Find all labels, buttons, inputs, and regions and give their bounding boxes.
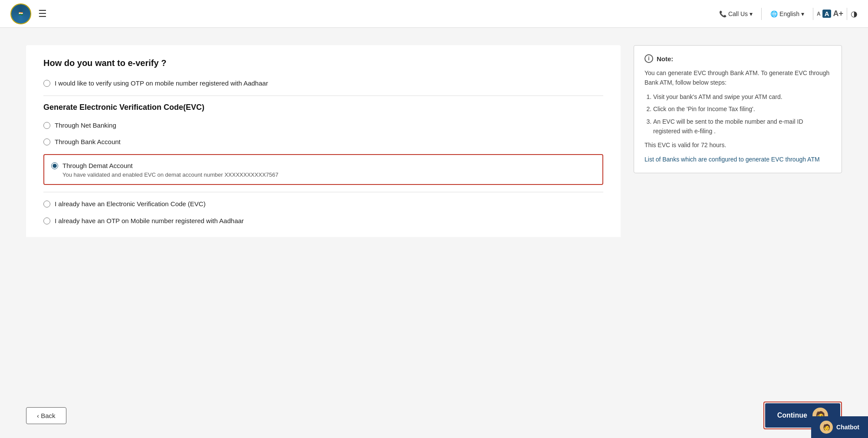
- question-section: How do you want to e-verify ? I would li…: [26, 45, 621, 237]
- radio-already-evc[interactable]: [43, 201, 50, 207]
- right-column: i Note: You can generate EVC through Ban…: [634, 45, 842, 173]
- option-already-evc[interactable]: I already have an Electronic Verificatio…: [43, 199, 603, 209]
- info-icon: i: [644, 54, 653, 63]
- aadhaar-otp-label: I would like to verify using OTP on mobi…: [55, 79, 268, 89]
- divider: [761, 8, 762, 20]
- note-step-1: Visit your bank's ATM and swipe your ATM…: [653, 92, 831, 102]
- bank-account-label: Through Bank Account: [55, 137, 121, 147]
- actions-bar: ‹ Back Continue 🧑: [0, 393, 868, 438]
- radio-net-banking[interactable]: [43, 122, 50, 129]
- note-validity: This EVC is valid for 72 hours.: [644, 140, 831, 150]
- back-button[interactable]: ‹ Back: [26, 407, 66, 424]
- font-size-controls: A A A+: [817, 9, 843, 18]
- note-step-2: Click on the 'Pin for Income Tax filing'…: [653, 104, 831, 114]
- chevron-down-icon: ▾: [750, 10, 753, 17]
- divider: [43, 96, 603, 96]
- demat-option-content: Through Demat Account You have validated…: [62, 161, 278, 178]
- divider2: [813, 8, 813, 20]
- bank-list-link[interactable]: List of Banks which are configured to ge…: [644, 156, 820, 163]
- already-evc-label: I already have an Electronic Verificatio…: [55, 199, 206, 209]
- radio-bank-account[interactable]: [43, 138, 50, 145]
- note-box: i Note: You can generate EVC through Ban…: [634, 45, 842, 173]
- font-medium-button[interactable]: A: [822, 10, 832, 18]
- font-small-button[interactable]: A: [817, 11, 821, 17]
- header-right: 📞 Call Us ▾ 🌐 English ▾ A A A+ ◑: [714, 8, 858, 20]
- note-intro: You can generate EVC through Bank ATM. T…: [644, 68, 831, 88]
- header: 🇮🇳 ☰ 📞 Call Us ▾ 🌐 English ▾ A A A+ ◑: [0, 0, 868, 28]
- demat-sublabel: You have validated and enabled EVC on de…: [62, 171, 278, 178]
- question-title: How do you want to e-verify ?: [43, 58, 603, 68]
- demat-label: Through Demat Account: [62, 161, 278, 171]
- back-label: ‹ Back: [37, 412, 56, 419]
- radio-already-otp-aadhaar[interactable]: [43, 217, 50, 224]
- note-steps: Visit your bank's ATM and swipe your ATM…: [644, 92, 831, 136]
- chatbot-tab[interactable]: 🧑 Chatbot: [811, 416, 868, 438]
- option-already-otp-aadhaar[interactable]: I already have an OTP on Mobile number r…: [43, 216, 603, 226]
- chatbot-avatar: 🧑: [820, 421, 833, 434]
- option-bank-account[interactable]: Through Bank Account: [43, 137, 603, 147]
- hamburger-icon[interactable]: ☰: [38, 8, 47, 20]
- divider3: [847, 8, 847, 20]
- header-left: 🇮🇳 ☰: [10, 3, 47, 24]
- net-banking-label: Through Net Banking: [55, 121, 116, 131]
- option-demat-account-box: Through Demat Account You have validated…: [43, 154, 603, 185]
- call-us-button[interactable]: 📞 Call Us ▾: [714, 8, 758, 20]
- continue-label: Continue: [777, 412, 807, 419]
- note-body: You can generate EVC through Bank ATM. T…: [644, 68, 831, 164]
- phone-icon: 📞: [719, 10, 727, 17]
- language-button[interactable]: 🌐 English ▾: [765, 8, 809, 20]
- left-column: How do you want to e-verify ? I would li…: [26, 45, 621, 237]
- radio-demat-account[interactable]: [51, 162, 58, 169]
- divider2: [43, 192, 603, 192]
- option-net-banking[interactable]: Through Net Banking: [43, 121, 603, 131]
- two-column-layout: How do you want to e-verify ? I would li…: [26, 45, 842, 237]
- chevron-down-icon: ▾: [801, 10, 804, 17]
- note-step-3: An EVC will be sent to the mobile number…: [653, 117, 831, 136]
- note-header: i Note:: [644, 54, 831, 63]
- option-aadhaar-otp[interactable]: I would like to verify using OTP on mobi…: [43, 79, 603, 89]
- main-content: How do you want to e-verify ? I would li…: [0, 28, 868, 393]
- note-title: Note:: [657, 55, 673, 63]
- contrast-button[interactable]: ◑: [851, 9, 858, 19]
- logo: 🇮🇳: [10, 3, 31, 24]
- globe-icon: 🌐: [770, 10, 778, 17]
- chatbot-label: Chatbot: [836, 424, 859, 431]
- radio-aadhaar-otp[interactable]: [43, 80, 50, 87]
- evc-section-title: Generate Electronic Verification Code(EV…: [43, 103, 603, 112]
- font-large-button[interactable]: A+: [833, 9, 843, 18]
- already-otp-aadhaar-label: I already have an OTP on Mobile number r…: [55, 216, 244, 226]
